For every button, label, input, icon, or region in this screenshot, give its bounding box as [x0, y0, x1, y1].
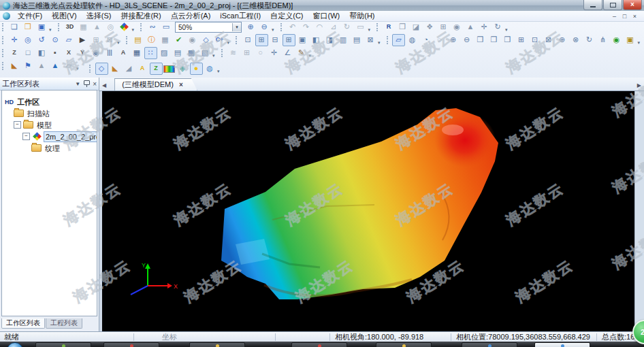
- dem-color-icon[interactable]: ◣: [109, 63, 122, 75]
- toolbar-overflow-icon[interactable]: ▾: [368, 27, 371, 33]
- split-icon[interactable]: ❖: [423, 21, 436, 33]
- toolbar-overflow-icon[interactable]: ▾: [309, 52, 312, 59]
- wedge-icon[interactable]: ▧: [199, 47, 212, 59]
- toolbar-overflow-icon[interactable]: ▾: [132, 27, 135, 33]
- quad-view-icon[interactable]: ⊞: [283, 34, 295, 46]
- triangle-tool-icon[interactable]: ⊿: [327, 21, 340, 33]
- toolbar-grip[interactable]: [89, 65, 93, 73]
- merge-icon[interactable]: ◪: [410, 21, 423, 33]
- pen-tool-icon[interactable]: ✎: [295, 47, 308, 59]
- label-a-icon[interactable]: A: [136, 63, 149, 75]
- right-view-icon[interactable]: ◨: [323, 34, 336, 46]
- survey-flag-icon[interactable]: ⚑: [22, 60, 35, 72]
- toolbar-grip[interactable]: [126, 36, 129, 44]
- arc-tool-icon[interactable]: ◠: [313, 21, 326, 33]
- sphere-icon[interactable]: ◉: [186, 34, 199, 46]
- target-icon[interactable]: ◉: [610, 34, 623, 46]
- minimize-button[interactable]: [583, 0, 602, 10]
- y-axis-icon[interactable]: Y: [76, 47, 89, 59]
- menu-custom[interactable]: 自定义(C): [265, 11, 308, 21]
- dem-gray-icon[interactable]: ◢: [123, 63, 135, 75]
- tin-gray-icon[interactable]: ▲: [35, 60, 48, 72]
- cube-icon[interactable]: ◇: [199, 34, 212, 46]
- sphere-select-icon[interactable]: ◍: [406, 34, 419, 46]
- open-folder-icon[interactable]: ❒: [22, 21, 35, 33]
- undo-icon[interactable]: ↶: [286, 21, 299, 33]
- toolbar-grip[interactable]: [2, 62, 5, 70]
- terrain-view-icon[interactable]: ▲: [91, 21, 103, 33]
- menu-window[interactable]: 窗口(W): [308, 11, 345, 21]
- toolbar-overflow-icon[interactable]: ▾: [227, 39, 230, 46]
- lock-icon[interactable]: ▣: [624, 34, 637, 46]
- rect-tool-icon[interactable]: ▭: [354, 21, 367, 33]
- menu-view[interactable]: 视图(V): [47, 11, 82, 21]
- panel-tab-工作区列表[interactable]: 工作区列表: [1, 318, 45, 329]
- layer-list-icon[interactable]: ▤: [131, 34, 144, 46]
- marker-icon[interactable]: ◉: [451, 21, 464, 33]
- pan-icon[interactable]: ✛: [8, 34, 21, 46]
- refresh-icon[interactable]: ↻: [340, 21, 353, 33]
- tab-close-icon[interactable]: ×: [179, 81, 183, 88]
- toolbar-grip[interactable]: [236, 36, 239, 44]
- link-icon[interactable]: ∾: [146, 21, 159, 33]
- frame-clear-icon[interactable]: ⊠: [103, 34, 116, 46]
- toolbar-grip[interactable]: [58, 23, 61, 31]
- toolbar-grip[interactable]: [280, 23, 284, 31]
- axis-cross-icon[interactable]: ✛: [268, 47, 280, 59]
- new-file-icon[interactable]: ❏: [8, 21, 21, 33]
- toolbar-overflow-icon[interactable]: ▾: [217, 68, 220, 75]
- zoom-reduce-icon[interactable]: ⊖: [460, 34, 473, 46]
- toolbar-grip[interactable]: [387, 36, 390, 44]
- cube-front-icon[interactable]: ⊞: [515, 34, 528, 46]
- taskbar-button[interactable]: [189, 342, 245, 347]
- cube-half-icon[interactable]: ◧: [35, 47, 48, 59]
- pick-point-icon[interactable]: ◎: [22, 34, 35, 46]
- taskbar-button[interactable]: [103, 342, 159, 347]
- split-v-view-icon[interactable]: ⊟: [269, 34, 282, 46]
- taskbar-button[interactable]: [462, 342, 517, 347]
- zoom-in-icon[interactable]: ⊕: [244, 21, 257, 33]
- child-close-icon[interactable]: ×: [630, 12, 640, 21]
- panel-menu-icon[interactable]: ▼: [75, 81, 80, 87]
- texture-paint-icon[interactable]: ◣: [8, 60, 21, 72]
- menu-cloud-analysis[interactable]: 点云分析(A): [166, 11, 216, 21]
- sphere-mode-icon[interactable]: ◉: [90, 47, 103, 59]
- light-bulb-icon[interactable]: ●: [190, 63, 203, 75]
- child-minimize-icon[interactable]: –: [609, 12, 619, 21]
- full-view-icon[interactable]: ▣: [296, 34, 309, 46]
- tree-item-扫描站[interactable]: 扫描站: [2, 108, 97, 119]
- surface-wave-icon[interactable]: ≋: [227, 47, 240, 59]
- zoom-out-icon[interactable]: ⊖: [258, 21, 271, 33]
- toolbar-overflow-icon[interactable]: ▾: [212, 52, 215, 59]
- z-axis-icon[interactable]: Z: [8, 47, 21, 59]
- toolbar-grip[interactable]: [376, 23, 380, 31]
- cols-view-icon[interactable]: ▤: [351, 34, 364, 46]
- tin-blue-icon[interactable]: ▲: [49, 60, 62, 72]
- tree-item-模型[interactable]: −模型: [2, 119, 97, 131]
- grid-rows-icon[interactable]: ▤: [172, 47, 184, 59]
- doc-copy-icon[interactable]: ❒: [396, 21, 409, 33]
- toolbar-grip[interactable]: [2, 49, 5, 57]
- tree-label[interactable]: 2m_2_00_2_proj_DEM: [44, 131, 97, 142]
- spin-icon[interactable]: ↻: [583, 34, 596, 46]
- station-icon[interactable]: ⊞: [437, 21, 450, 33]
- tab-nav-right-icon[interactable]: ▶: [634, 82, 644, 90]
- orbit-view-icon[interactable]: ⊙: [49, 34, 62, 46]
- single-view-icon[interactable]: ⊡: [242, 34, 255, 46]
- grid-dense-icon[interactable]: ▦: [131, 47, 144, 59]
- polygon-select-icon[interactable]: ▱: [63, 34, 76, 46]
- rotate-tool-icon[interactable]: ↻: [492, 21, 504, 33]
- redo-icon[interactable]: ↷: [300, 21, 312, 33]
- toolbar-overflow-icon[interactable]: ▾: [505, 27, 508, 33]
- clash-plus-icon[interactable]: C+: [213, 34, 226, 46]
- rows-view-icon[interactable]: ▥: [337, 34, 350, 46]
- label-z-icon[interactable]: Z: [150, 63, 163, 75]
- toolbar-grip[interactable]: [2, 23, 5, 31]
- tree-label[interactable]: 扫描站: [26, 109, 51, 118]
- taskbar-button[interactable]: [376, 342, 432, 347]
- info-icon[interactable]: ⓘ: [145, 34, 158, 46]
- mountain-icon[interactable]: ▲: [464, 21, 477, 33]
- cube-back-icon[interactable]: ⊠: [542, 34, 555, 46]
- lasso-select-icon[interactable]: ▱: [392, 34, 405, 46]
- menu-file[interactable]: 文件(F): [13, 11, 47, 21]
